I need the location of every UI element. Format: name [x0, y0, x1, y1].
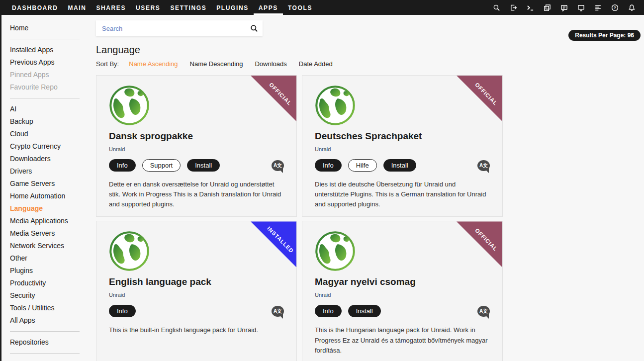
- sidebar-item-tools-utilities[interactable]: Tools / Utilities: [10, 302, 96, 314]
- sidebar-item-crypto-currency[interactable]: Crypto Currency: [10, 140, 96, 153]
- app-author: Unraid: [315, 292, 490, 298]
- sort-option-name-descending[interactable]: Name Descending: [190, 60, 243, 68]
- results-per-page-badge[interactable]: Results Per Page: 96: [568, 30, 641, 41]
- sidebar-item-language[interactable]: Language: [10, 202, 96, 215]
- nav-item-main[interactable]: MAIN: [63, 0, 91, 15]
- sidebar-item-media-servers[interactable]: Media Servers: [10, 227, 96, 240]
- info-button[interactable]: Info: [315, 159, 342, 172]
- info-button[interactable]: Info: [109, 159, 136, 172]
- sidebar: HomeInstalled AppsPrevious AppsPinned Ap…: [1, 15, 96, 361]
- sidebar-item-ai[interactable]: AI: [10, 103, 96, 115]
- app-description: This is the built-in English language pa…: [109, 325, 284, 335]
- copy-icon[interactable]: [539, 0, 555, 15]
- card-actions: InfoInstall A文: [315, 305, 490, 317]
- sidebar-item-other[interactable]: Other: [10, 252, 96, 265]
- app-title[interactable]: English language pack: [109, 276, 284, 287]
- sidebar-item-media-applications[interactable]: Media Applications: [10, 215, 96, 227]
- notifications-icon[interactable]: [623, 0, 640, 15]
- sort-row: Sort By: Name AscendingName DescendingDo…: [96, 60, 644, 68]
- globe-icon[interactable]: [109, 85, 150, 126]
- nav-item-users[interactable]: USERS: [131, 0, 165, 15]
- sidebar-item-backup[interactable]: Backup: [10, 115, 96, 128]
- sort-by-label: Sort By:: [96, 60, 119, 68]
- app-title[interactable]: Deutsches Sprachpaket: [315, 131, 490, 142]
- support-button[interactable]: Support: [142, 159, 181, 172]
- sidebar-item-previous-apps[interactable]: Previous Apps: [10, 56, 96, 69]
- sidebar-item-home[interactable]: Home: [10, 22, 96, 34]
- sort-options: Name AscendingName DescendingDownloadsDa…: [129, 60, 345, 68]
- sidebar-item-game-servers[interactable]: Game Servers: [10, 178, 96, 190]
- info-button[interactable]: Info: [109, 305, 136, 317]
- action-buttons: Info: [109, 305, 142, 317]
- app-card-english-language-pack: INSTALLED English language pack Unraid I…: [96, 221, 297, 361]
- page-title: Language: [96, 44, 644, 56]
- page-body: HomeInstalled AppsPrevious AppsPinned Ap…: [0, 15, 644, 361]
- card-actions: Info A文: [109, 305, 284, 317]
- sidebar-item-all-apps[interactable]: All Apps: [10, 314, 96, 327]
- log-icon[interactable]: [589, 0, 606, 15]
- nav-item-settings[interactable]: SETTINGS: [165, 0, 211, 15]
- globe-icon[interactable]: [315, 85, 356, 126]
- help-icon[interactable]: ?: [606, 0, 623, 15]
- app-card-deutsches-sprachpaket: OFFICIAL Deutsches Sprachpaket Unraid In…: [302, 75, 503, 217]
- nav-menu: DASHBOARDMAINSHARESUSERSSETTINGSPLUGINSA…: [0, 0, 317, 15]
- action-buttons: InfoSupportInstall: [109, 159, 226, 172]
- app-title[interactable]: Magyar nyelvi csomag: [315, 276, 490, 287]
- sidebar-item-favourite-repo: Favourite Repo: [10, 81, 96, 93]
- terminal-icon[interactable]: [522, 0, 539, 15]
- nav-item-plugins[interactable]: PLUGINS: [211, 0, 254, 15]
- nav-item-dashboard[interactable]: DASHBOARD: [7, 0, 63, 15]
- ribbon-label: OFFICIAL: [258, 75, 297, 117]
- sort-option-downloads[interactable]: Downloads: [255, 60, 286, 68]
- sidebar-item-productivity[interactable]: Productivity: [10, 277, 96, 289]
- translate-icon[interactable]: A文: [477, 160, 490, 171]
- sign-out-icon[interactable]: [505, 0, 522, 15]
- sidebar-item-plugins[interactable]: Plugins: [10, 265, 96, 277]
- translate-icon[interactable]: A文: [272, 160, 284, 171]
- search-input[interactable]: [96, 20, 263, 36]
- card-actions: InfoSupportInstall A文: [109, 159, 284, 172]
- top-navbar: DASHBOARDMAINSHARESUSERSSETTINGSPLUGINSA…: [0, 0, 644, 15]
- search-icon[interactable]: [488, 0, 505, 15]
- sidebar-item-settings[interactable]: Settings: [10, 358, 96, 361]
- sidebar-item-repositories[interactable]: Repositories: [10, 336, 96, 349]
- search-icon[interactable]: [250, 24, 258, 34]
- sidebar-item-drivers[interactable]: Drivers: [10, 165, 96, 178]
- hilfe-button[interactable]: Hilfe: [348, 159, 377, 172]
- app-author: Unraid: [109, 146, 284, 152]
- sidebar-item-network-services[interactable]: Network Services: [10, 240, 96, 252]
- main-content: Results Per Page: 96 Language Sort By: N…: [96, 15, 644, 361]
- ribbon-label: OFFICIAL: [463, 75, 503, 117]
- search-bar: [96, 20, 263, 36]
- nav-item-apps[interactable]: APPS: [254, 0, 283, 15]
- feedback-icon[interactable]: [555, 0, 572, 15]
- translate-icon[interactable]: A文: [477, 306, 490, 317]
- nav-item-shares[interactable]: SHARES: [91, 0, 131, 15]
- sidebar-divider: [10, 39, 80, 39]
- action-buttons: InfoHilfeInstall: [315, 159, 423, 172]
- sidebar-item-downloaders[interactable]: Downloaders: [10, 153, 96, 165]
- install-button[interactable]: Install: [383, 159, 416, 172]
- sidebar-item-cloud[interactable]: Cloud: [10, 128, 96, 140]
- sidebar-item-security[interactable]: Security: [10, 289, 96, 302]
- globe-icon[interactable]: [109, 231, 150, 271]
- sort-option-name-ascending[interactable]: Name Ascending: [129, 60, 178, 68]
- install-button[interactable]: Install: [348, 305, 381, 317]
- ribbon-badge: OFFICIAL: [457, 221, 502, 267]
- nav-icons: ?: [488, 0, 644, 15]
- ribbon-badge: OFFICIAL: [457, 76, 502, 121]
- app-author: Unraid: [315, 146, 490, 152]
- sidebar-item-home-automation[interactable]: Home Automation: [10, 190, 96, 202]
- app-description: Dette er en dansk oversættelse for Unrai…: [109, 180, 284, 209]
- translate-icon[interactable]: A文: [272, 306, 284, 317]
- sidebar-item-installed-apps[interactable]: Installed Apps: [10, 44, 96, 56]
- app-description: This is the Hungarian language pack for …: [315, 325, 490, 355]
- globe-icon[interactable]: [315, 231, 356, 271]
- info-button[interactable]: Info: [315, 305, 342, 317]
- sort-option-date-added[interactable]: Date Added: [299, 60, 333, 68]
- app-title[interactable]: Dansk sprogpakke: [109, 131, 284, 142]
- install-button[interactable]: Install: [187, 159, 220, 172]
- action-buttons: InfoInstall: [315, 305, 387, 317]
- monitor-icon[interactable]: [572, 0, 589, 15]
- nav-item-tools[interactable]: TOOLS: [283, 0, 317, 15]
